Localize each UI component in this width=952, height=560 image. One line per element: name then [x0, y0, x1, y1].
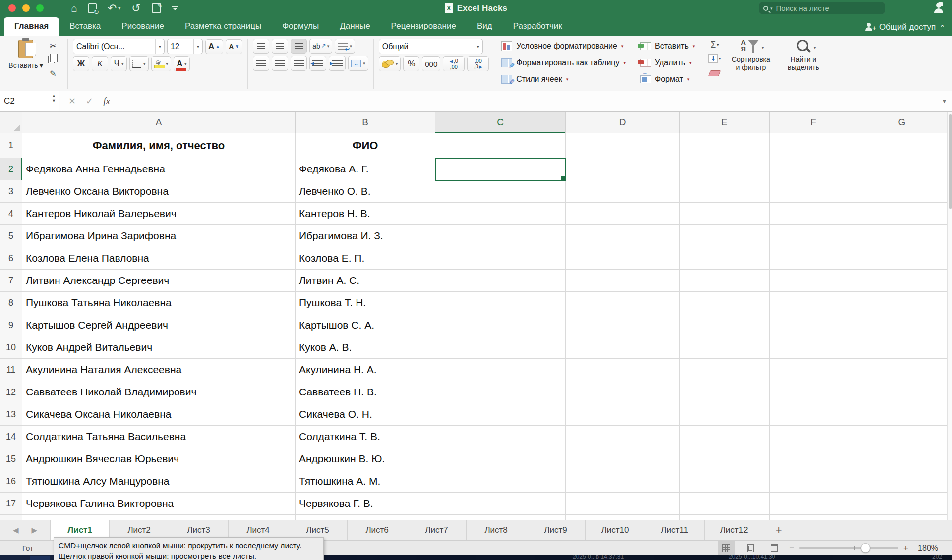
vertical-scrollbar[interactable]: [947, 112, 952, 520]
sort-filter-button[interactable]: АЯ ▾ Сортировка и фильтр: [727, 39, 774, 89]
row-header-14[interactable]: 14: [0, 426, 22, 448]
cell-G11[interactable]: [857, 359, 947, 381]
decrease-font-button[interactable]: А▼: [226, 39, 242, 54]
row-header-7[interactable]: 7: [0, 270, 22, 292]
cell-E14[interactable]: [680, 426, 770, 448]
ribbon-tab-формулы[interactable]: Формулы: [272, 17, 329, 36]
cell-E9[interactable]: [680, 314, 770, 336]
cell-E2[interactable]: [680, 158, 770, 180]
wrap-text-button[interactable]: ▾: [335, 39, 355, 54]
row-header-11[interactable]: 11: [0, 359, 22, 381]
cell-B15[interactable]: Андрюшкин В. Ю.: [296, 448, 435, 470]
cell-E11[interactable]: [680, 359, 770, 381]
cell-A5[interactable]: Ибрагимова Ирина Зарифовна: [22, 225, 296, 247]
percent-format-button[interactable]: %: [403, 56, 419, 71]
cell-C16[interactable]: [435, 470, 566, 493]
cell-A7[interactable]: Литвин Александр Сергеевич: [22, 270, 296, 292]
cell-D14[interactable]: [566, 426, 680, 448]
cell-D8[interactable]: [566, 292, 680, 314]
cell-F4[interactable]: [770, 203, 857, 225]
cell-F2[interactable]: [770, 158, 857, 180]
row-header-15[interactable]: 15: [0, 448, 22, 470]
cell-F9[interactable]: [770, 314, 857, 336]
cell-C18[interactable]: [435, 515, 566, 520]
align-middle-button[interactable]: [272, 39, 288, 54]
row-header-10[interactable]: 10: [0, 336, 22, 359]
formula-bar-expand-icon[interactable]: ▼: [937, 98, 952, 104]
home-icon[interactable]: ⌂: [71, 2, 77, 14]
cell-D4[interactable]: [566, 203, 680, 225]
format-cells-button[interactable]: Формат▾: [638, 72, 697, 87]
align-top-button[interactable]: [253, 39, 269, 54]
align-center-button[interactable]: [272, 56, 288, 71]
cell-E4[interactable]: [680, 203, 770, 225]
cell-E3[interactable]: [680, 180, 770, 203]
row-header-17[interactable]: 17: [0, 493, 22, 515]
zoom-in-icon[interactable]: +: [903, 543, 908, 553]
cell-G18[interactable]: [857, 515, 947, 520]
fill-color-button[interactable]: ▾: [151, 56, 172, 71]
normal-view-button[interactable]: [718, 541, 735, 556]
column-header-G[interactable]: G: [857, 112, 947, 133]
cell-F11[interactable]: [770, 359, 857, 381]
cell-A13[interactable]: Сикачева Оксана Николаевна: [22, 403, 296, 426]
ribbon-tab-рецензирование[interactable]: Рецензирование: [381, 17, 467, 36]
row-header-13[interactable]: 13: [0, 403, 22, 426]
ribbon-tab-разметка-страницы[interactable]: Разметка страницы: [175, 17, 272, 36]
cell-C2-selected[interactable]: [435, 158, 566, 180]
align-bottom-button[interactable]: [291, 39, 307, 54]
cell-B17[interactable]: Червякова Г. В.: [296, 493, 435, 515]
cell-C7[interactable]: [435, 270, 566, 292]
zoom-slider[interactable]: − +: [789, 543, 908, 553]
cell-F12[interactable]: [770, 381, 857, 403]
sheet-tab-лист9[interactable]: Лист9: [526, 520, 586, 540]
cell-B8[interactable]: Пушкова Т. Н.: [296, 292, 435, 314]
redo-icon[interactable]: ↺: [131, 3, 140, 14]
cell-E8[interactable]: [680, 292, 770, 314]
ribbon-tab-разработчик[interactable]: Разработчик: [503, 17, 573, 36]
cell-B13[interactable]: Сикачева О. Н.: [296, 403, 435, 426]
row-header-16[interactable]: 16: [0, 470, 22, 493]
close-window-button[interactable]: [8, 4, 16, 12]
zoom-level-label[interactable]: 180%: [915, 544, 938, 553]
cell-A8[interactable]: Пушкова Татьяна Николаевна: [22, 292, 296, 314]
cell-A15[interactable]: Андрюшкин Вячеслав Юрьевич: [22, 448, 296, 470]
cell-F13[interactable]: [770, 403, 857, 426]
confirm-entry-icon[interactable]: ✓: [86, 96, 93, 107]
format-as-table-button[interactable]: Форматировать как таблицу▾: [499, 56, 628, 70]
row-header-4[interactable]: 4: [0, 203, 22, 225]
row-header-2[interactable]: 2: [0, 158, 22, 180]
cell-D11[interactable]: [566, 359, 680, 381]
cell-A10[interactable]: Куков Андрей Витальевич: [22, 336, 296, 359]
cell-A1[interactable]: Фамилия, имя, отчество: [22, 133, 296, 158]
cell-A4[interactable]: Кантеров Николай Валерьевич: [22, 203, 296, 225]
cell-C8[interactable]: [435, 292, 566, 314]
undo-icon[interactable]: ↶▾: [108, 3, 120, 14]
cell-F18[interactable]: [770, 515, 857, 520]
cell-D18[interactable]: [566, 515, 680, 520]
cell-G2[interactable]: [857, 158, 947, 180]
cell-G7[interactable]: [857, 270, 947, 292]
cell-E1[interactable]: [680, 133, 770, 158]
column-header-D[interactable]: D: [566, 112, 680, 133]
number-format-select[interactable]: Общий▾: [379, 39, 483, 54]
cell-D16[interactable]: [566, 470, 680, 493]
increase-decimal-button[interactable]: ,0,00: [443, 56, 465, 71]
cell-C15[interactable]: [435, 448, 566, 470]
zoom-slider-thumb[interactable]: [861, 543, 870, 553]
cell-E7[interactable]: [680, 270, 770, 292]
share-button[interactable]: + Общий доступ ⌃: [864, 22, 945, 32]
search-input[interactable]: ▾ Поиск на листе: [759, 2, 885, 14]
currency-format-button[interactable]: ▾: [379, 56, 401, 71]
cell-A6[interactable]: Козлова Елена Павловна: [22, 247, 296, 270]
cell-C4[interactable]: [435, 203, 566, 225]
cell-G16[interactable]: [857, 470, 947, 493]
bold-button[interactable]: Ж: [73, 56, 89, 71]
borders-button[interactable]: ▾: [129, 56, 149, 71]
cell-C13[interactable]: [435, 403, 566, 426]
italic-button[interactable]: К: [92, 56, 108, 71]
cell-A9[interactable]: Картышов Сергей Андреевич: [22, 314, 296, 336]
sheet-tab-лист6[interactable]: Лист6: [348, 520, 407, 540]
cell-D2[interactable]: [566, 158, 680, 180]
cell-C3[interactable]: [435, 180, 566, 203]
